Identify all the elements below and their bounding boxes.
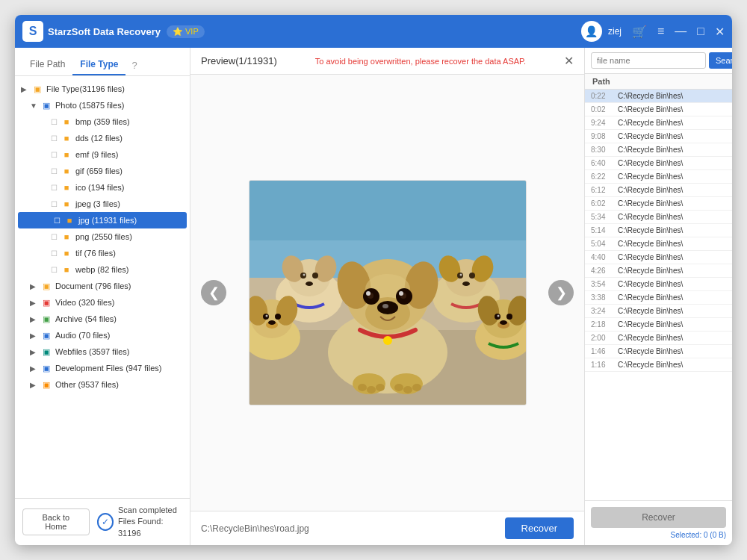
tree-item-label: Development Files (947 files) [55, 364, 161, 373]
search-button[interactable]: Search [709, 52, 732, 69]
list-item[interactable]: 2:18C:\Recycle Bin\hes\ [585, 318, 732, 332]
scan-status: ✓ Scan completed Files Found: 31196 [97, 505, 182, 539]
maximize-button[interactable]: □ [697, 25, 704, 38]
prev-arrow-button[interactable]: ❮ [201, 280, 226, 305]
checkbox-icon[interactable]: ☐ [51, 233, 58, 241]
list-item[interactable]: 3:54C:\Recycle Bin\hes\ [585, 278, 732, 291]
cart-icon[interactable]: 🛒 [632, 25, 647, 39]
list-item[interactable]: 6:22C:\Recycle Bin\hes\ [585, 170, 732, 184]
tree-item[interactable]: ☐■emf (9 files) [15, 146, 190, 163]
tree-item-label: Archive (54 files) [55, 314, 117, 323]
sidebar-tabs: File Path File Type ? [15, 48, 190, 76]
list-item[interactable]: 1:46C:\Recycle Bin\hes\ [585, 345, 732, 358]
app-title: StarzSoft Data Recovery [48, 26, 161, 37]
svg-point-40 [275, 314, 281, 320]
recover-button[interactable]: Recover [505, 517, 574, 539]
list-item[interactable]: 9:24C:\Recycle Bin\hes\ [585, 116, 732, 130]
file-path: C:\Recycle Bin\hes\ [618, 213, 683, 221]
right-recover-button[interactable]: Recover [591, 507, 726, 528]
file-icon: ■ [63, 214, 75, 226]
tree-item[interactable]: ▶▣Video (320 files) [15, 294, 190, 311]
list-item[interactable]: 3:38C:\Recycle Bin\hes\ [585, 291, 732, 305]
list-item[interactable]: 6:12C:\Recycle Bin\hes\ [585, 184, 732, 197]
checkbox-icon[interactable]: ☐ [51, 151, 58, 159]
file-time: 9:08 [591, 132, 613, 140]
list-item[interactable]: 6:02C:\Recycle Bin\hes\ [585, 197, 732, 211]
file-time: 4:40 [591, 253, 613, 261]
svg-point-49 [506, 314, 512, 320]
tree-arrow-icon: ▶ [30, 315, 40, 323]
tree-item[interactable]: ☐■jpg (11931 files) [18, 212, 187, 228]
tree-arrow-icon: ▶ [21, 85, 31, 93]
tree-item[interactable]: ▼▣Photo (15875 files) [15, 97, 190, 113]
preview-close-button[interactable]: ✕ [564, 54, 574, 68]
menu-icon[interactable]: ≡ [657, 25, 664, 38]
tree-arrow-icon: ▶ [30, 332, 40, 340]
list-item[interactable]: 0:22C:\Recycle Bin\hes\ [585, 90, 732, 103]
list-item[interactable]: 3:24C:\Recycle Bin\hes\ [585, 305, 732, 318]
checkbox-icon[interactable]: ☐ [51, 184, 58, 192]
tree-item-label: bmp (359 files) [75, 117, 130, 126]
checkbox-icon[interactable]: ☐ [51, 249, 58, 258]
folder-icon: ▣ [40, 379, 52, 391]
file-time: 3:38 [591, 293, 613, 302]
list-item[interactable]: 4:40C:\Recycle Bin\hes\ [585, 251, 732, 264]
preview-footer: C:\RecycleBin\hes\road.jpg Recover [190, 511, 584, 545]
tree-item-label: Document (796 files) [55, 281, 131, 290]
list-item[interactable]: 8:30C:\Recycle Bin\hes\ [585, 143, 732, 157]
checkbox-icon[interactable]: ☐ [51, 118, 58, 126]
user-avatar[interactable]: 👤 [581, 21, 602, 42]
folder-icon: ▣ [40, 362, 52, 374]
list-item[interactable]: 5:04C:\Recycle Bin\hes\ [585, 237, 732, 251]
tree-item[interactable]: ☐■ico (194 files) [15, 179, 190, 196]
checkbox-icon[interactable]: ☐ [51, 200, 58, 208]
list-item[interactable]: 4:26C:\Recycle Bin\hes\ [585, 264, 732, 278]
list-item[interactable]: 5:14C:\Recycle Bin\hes\ [585, 224, 732, 237]
minimize-button[interactable]: — [675, 25, 686, 38]
vip-label: VIP [185, 27, 199, 36]
list-item[interactable]: 2:00C:\Recycle Bin\hes\ [585, 332, 732, 345]
checkbox-icon[interactable]: ☐ [51, 134, 58, 143]
list-item[interactable]: 9:08C:\Recycle Bin\hes\ [585, 130, 732, 143]
list-item[interactable]: 1:16C:\Recycle Bin\hes\ [585, 358, 732, 372]
selected-label: Selected: 0 (0 B) [671, 531, 726, 539]
checkbox-icon[interactable]: ☐ [51, 167, 58, 175]
tab-filepath[interactable]: File Path [22, 55, 72, 75]
tree-item-label: dds (12 files) [75, 134, 123, 143]
file-icon: ■ [61, 247, 72, 259]
tree-item[interactable]: ▶▣File Type(31196 files) [15, 81, 190, 97]
help-icon[interactable]: ? [128, 55, 140, 75]
tree-item[interactable]: ☐■png (2550 files) [15, 228, 190, 245]
tree-item[interactable]: ☐■gif (659 files) [15, 163, 190, 179]
tree-item-label: Webfiles (3597 files) [55, 347, 129, 356]
tree-item[interactable]: ▶▣Document (796 files) [15, 278, 190, 294]
svg-point-10 [303, 274, 305, 276]
preview-file-path: C:\RecycleBin\hes\road.jpg [201, 523, 309, 534]
tree-item[interactable]: ☐■bmp (359 files) [15, 113, 190, 130]
search-input[interactable] [591, 52, 706, 69]
tree-item[interactable]: ▶▣Archive (54 files) [15, 311, 190, 327]
tree-item[interactable]: ☐■dds (12 files) [15, 130, 190, 146]
checkbox-icon[interactable]: ☐ [54, 217, 61, 225]
tree-item[interactable]: ☐■webp (82 files) [15, 261, 190, 278]
tree-item[interactable]: ☐■jpeg (3 files) [15, 196, 190, 212]
file-time: 8:30 [591, 146, 613, 154]
list-item[interactable]: 5:34C:\Recycle Bin\hes\ [585, 211, 732, 224]
file-icon: ■ [61, 132, 72, 144]
main-content: File Path File Type ? ▶▣File Type(31196 … [15, 48, 732, 545]
back-home-button[interactable]: Back to Home [22, 508, 90, 535]
tree-item[interactable]: ▶▣Audio (70 files) [15, 327, 190, 343]
list-item[interactable]: 0:02C:\Recycle Bin\hes\ [585, 103, 732, 116]
list-item[interactable]: 6:40C:\Recycle Bin\hes\ [585, 157, 732, 170]
next-arrow-button[interactable]: ❯ [548, 280, 574, 305]
tree-item[interactable]: ▶▣Webfiles (3597 files) [15, 343, 190, 360]
close-button[interactable]: ✕ [715, 25, 725, 39]
tree-item[interactable]: ▶▣Development Files (947 files) [15, 360, 190, 376]
tree-item[interactable]: ▶▣Other (9537 files) [15, 376, 190, 393]
file-time: 6:02 [591, 199, 613, 208]
file-time: 2:00 [591, 334, 613, 342]
tree-item[interactable]: ☐■tif (76 files) [15, 245, 190, 261]
tab-filetype[interactable]: File Type [72, 55, 125, 75]
checkbox-icon[interactable]: ☐ [51, 266, 58, 274]
file-path: C:\Recycle Bin\hes\ [618, 334, 683, 342]
